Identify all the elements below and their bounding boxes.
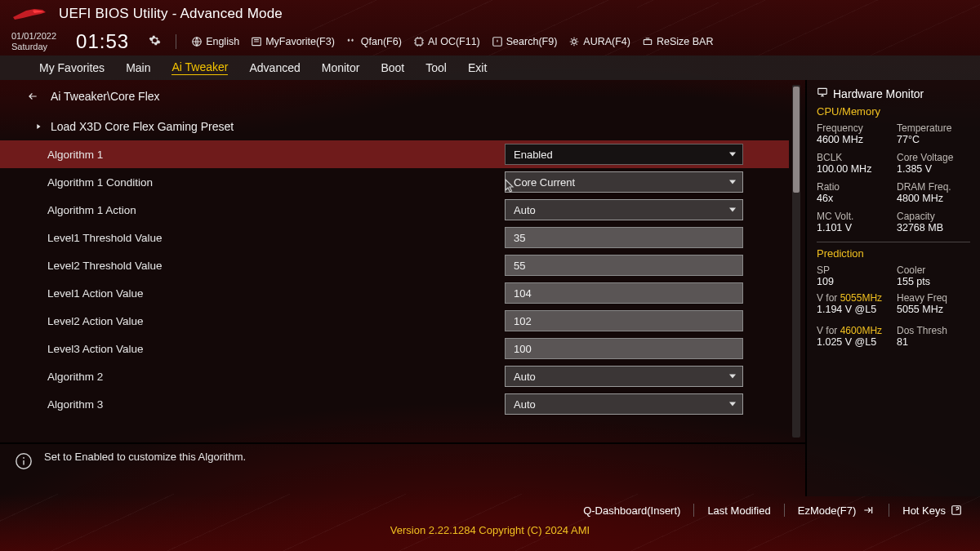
- hw-value: 81: [897, 336, 970, 348]
- chevron-down-icon: [729, 180, 736, 184]
- tab-exit[interactable]: Exit: [468, 61, 487, 74]
- tab-monitor[interactable]: Monitor: [322, 61, 360, 74]
- date-block: 01/01/2022 Saturday: [11, 31, 56, 52]
- ezmode-button[interactable]: EzMode(F7): [798, 504, 876, 517]
- hw-value: 1.194 V @L5: [817, 304, 890, 315]
- search-button[interactable]: Search(F9): [492, 36, 558, 47]
- text-input[interactable]: 35: [505, 227, 743, 248]
- hw-label: Temperature: [897, 122, 970, 134]
- tab-my-favorites[interactable]: My Favorites: [39, 61, 105, 74]
- setting-label: Level1 Threshold Value: [47, 232, 505, 244]
- dropdown[interactable]: Core Current: [505, 171, 743, 193]
- chevron-down-icon: [729, 208, 736, 212]
- myfavorite-button[interactable]: MyFavorite(F3): [251, 36, 335, 47]
- hw-label: Dos Thresh: [897, 325, 970, 336]
- clock: 01:53: [76, 30, 129, 53]
- info-icon: [15, 452, 33, 473]
- setting-row[interactable]: Algorithm 1Enabled: [0, 140, 789, 168]
- svg-rect-5: [644, 40, 651, 45]
- hw-value: 1.385 V: [897, 163, 970, 175]
- chevron-right-icon: [34, 120, 42, 133]
- chevron-down-icon: [729, 375, 736, 379]
- hw-label: Capacity: [897, 211, 970, 222]
- hw-label: MC Volt.: [817, 211, 890, 222]
- text-input[interactable]: 100: [505, 338, 743, 359]
- hw-label: BCLK: [817, 152, 890, 163]
- sidebar-section-prediction: Prediction: [817, 247, 970, 260]
- dropdown[interactable]: Auto: [505, 393, 743, 415]
- hotkeys-button[interactable]: Hot Keys: [902, 504, 962, 517]
- setting-label: Level2 Action Value: [47, 315, 505, 327]
- hw-value: 1.025 V @L5: [817, 336, 890, 348]
- setting-row[interactable]: Level1 Threshold Value35: [0, 224, 789, 251]
- chevron-down-icon: [729, 153, 736, 157]
- hw-label: Frequency: [817, 122, 890, 134]
- aioc-button[interactable]: AI OC(F11): [413, 36, 480, 47]
- scrollbar-thumb[interactable]: [793, 87, 800, 193]
- svg-rect-2: [416, 38, 422, 45]
- hw-value: 100.00 MHz: [817, 163, 890, 175]
- help-text: Set to Enabled to customize this Algorit…: [44, 451, 246, 463]
- hw-value: 32768 MB: [897, 222, 970, 233]
- hw-value: 155 pts: [897, 276, 970, 287]
- setting-label: Level2 Threshold Value: [47, 260, 505, 272]
- hw-value: 77°C: [897, 134, 970, 145]
- hw-value: 1.101 V: [817, 222, 890, 233]
- text-input[interactable]: 102: [505, 310, 743, 331]
- hw-value: 109: [817, 276, 890, 287]
- hw-label: Core Voltage: [897, 152, 970, 163]
- qdashboard-button[interactable]: Q-Dashboard(Insert): [583, 504, 680, 517]
- setting-label: Algorithm 2: [47, 371, 505, 383]
- qfan-button[interactable]: Qfan(F6): [346, 36, 402, 47]
- setting-row[interactable]: Algorithm 1 ActionAuto: [0, 196, 789, 224]
- tab-ai-tweaker[interactable]: Ai Tweaker: [172, 60, 228, 75]
- gear-icon[interactable]: [149, 34, 161, 50]
- hw-value: 4600 MHz: [817, 134, 890, 145]
- hw-label: Cooler: [897, 264, 970, 276]
- tab-main[interactable]: Main: [126, 61, 150, 74]
- rog-logo-icon: [11, 6, 47, 22]
- sidebar-section-cpu: CPU/Memory: [817, 105, 970, 118]
- setting-row[interactable]: Level2 Threshold Value55: [0, 251, 789, 279]
- language-button[interactable]: English: [191, 36, 239, 47]
- hw-label: SP: [817, 264, 890, 276]
- version-text: Version 2.22.1284 Copyright (C) 2024 AMI: [0, 524, 980, 540]
- setting-row[interactable]: Algorithm 2Auto: [0, 362, 789, 390]
- dropdown[interactable]: Enabled: [505, 144, 743, 165]
- resizebar-button[interactable]: ReSize BAR: [642, 36, 713, 47]
- setting-label: Algorithm 1 Condition: [47, 176, 505, 189]
- dropdown[interactable]: Auto: [505, 366, 743, 387]
- aura-button[interactable]: AURA(F4): [568, 36, 630, 47]
- svg-point-7: [23, 457, 24, 459]
- tab-advanced[interactable]: Advanced: [249, 61, 300, 74]
- hw-value: 5055 MHz: [897, 304, 970, 315]
- text-input[interactable]: 104: [505, 282, 743, 304]
- hw-label: Heavy Freq: [897, 292, 970, 304]
- setting-label: Level3 Action Value: [47, 343, 505, 355]
- dropdown[interactable]: Auto: [505, 199, 743, 220]
- app-title: UEFI BIOS Utility - Advanced Mode: [59, 6, 283, 22]
- main-tabs: My FavoritesMainAi TweakerAdvancedMonito…: [0, 56, 980, 80]
- setting-row[interactable]: Level1 Action Value104: [0, 279, 789, 307]
- text-input[interactable]: 55: [505, 255, 743, 276]
- setting-row[interactable]: Algorithm 1 ConditionCore Current: [0, 168, 789, 196]
- hw-value: 46x: [817, 193, 890, 204]
- breadcrumb: Ai Tweaker\Core Flex: [51, 90, 160, 103]
- subheading[interactable]: Load X3D Core Flex Gaming Preset: [51, 120, 234, 133]
- hw-label: V for 4600MHz: [817, 325, 890, 336]
- help-panel: Set to Enabled to customize this Algorit…: [0, 442, 805, 496]
- back-icon[interactable]: [24, 91, 41, 102]
- hw-label: DRAM Freq.: [897, 181, 970, 193]
- setting-row[interactable]: Level3 Action Value100: [0, 335, 789, 362]
- last-modified-button[interactable]: Last Modified: [707, 504, 770, 517]
- setting-label: Level1 Action Value: [47, 287, 505, 300]
- scrollbar[interactable]: [792, 85, 800, 438]
- tab-tool[interactable]: Tool: [425, 61, 447, 74]
- setting-row[interactable]: Algorithm 3Auto: [0, 390, 789, 418]
- svg-point-4: [572, 40, 577, 44]
- tab-boot[interactable]: Boot: [381, 61, 404, 74]
- hw-label: V for 5055MHz: [817, 292, 890, 304]
- svg-rect-8: [818, 88, 827, 94]
- setting-row[interactable]: Level2 Action Value102: [0, 307, 789, 335]
- setting-label: Algorithm 1 Action: [47, 204, 505, 216]
